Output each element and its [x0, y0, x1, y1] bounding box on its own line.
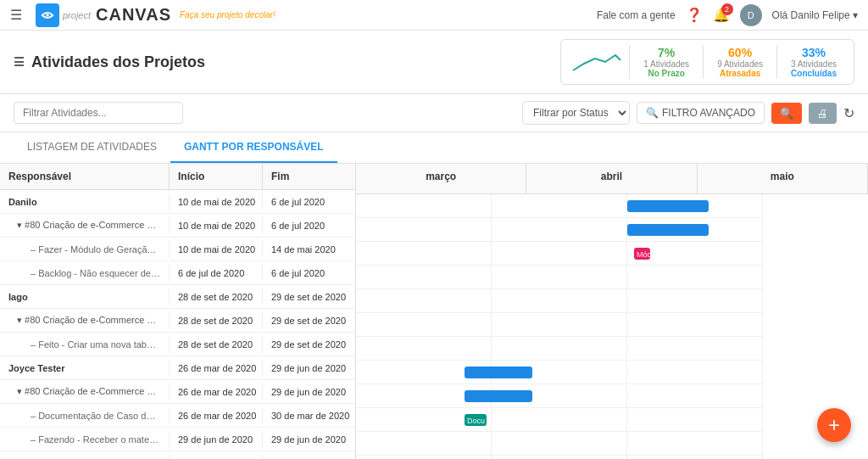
cell-fim: 6 de jul 2020	[263, 217, 356, 234]
chart-row	[356, 313, 763, 337]
chart-row: Mód	[356, 242, 763, 266]
search-icon: 🔍	[646, 107, 659, 119]
table-row: ▾ #80 Criação de e-Commerce 2019 26 de m…	[0, 380, 355, 404]
cell-inicio: 6 de jul de 2020	[170, 265, 263, 282]
cell-fim: 29 de jun de 2020	[263, 431, 356, 448]
cell-responsavel: – Feito - Criar uma nova tabela de Pedid…	[0, 336, 170, 353]
fab-button[interactable]: +	[817, 408, 851, 442]
filter-advanced-label: FILTRO AVANÇADO	[662, 107, 755, 119]
cell-inicio: 28 de set de 2020	[170, 336, 263, 353]
cell-inicio: 10 de mai de 2020	[170, 193, 263, 210]
page-title-icon: ☰	[14, 55, 25, 69]
top-nav: ☰ project CANVAS Faça seu projeto decola…	[0, 0, 868, 31]
cell-responsavel: – Fazendo - Receber o material	[0, 431, 170, 448]
stat-divider-3	[776, 45, 777, 79]
gantt-bar[interactable]	[627, 224, 709, 236]
gantt-chart-header: março abril maio	[356, 164, 868, 194]
chart-row	[356, 266, 763, 289]
concluidas-label: Concluídas	[791, 69, 837, 78]
table-row: – Fazendo - Receber o material 29 de jun…	[0, 428, 355, 451]
cell-inicio: 26 de mar de 2020	[170, 360, 263, 377]
logo-text: CANVAS	[96, 5, 171, 25]
gantt-left: Responsável Início Fim Danilo 10 de mai …	[0, 164, 356, 459]
cell-fim: 25 de out de 2020	[263, 455, 356, 460]
bar-label	[465, 393, 470, 401]
help-link[interactable]: Fale com a gente	[597, 9, 676, 21]
hamburger-icon[interactable]: ☰	[10, 7, 22, 23]
gantt-bar[interactable]: Docu	[465, 414, 487, 426]
filter-input[interactable]	[14, 102, 183, 124]
status-filter[interactable]: Filtrar por Status	[522, 101, 630, 125]
gantt-bar[interactable]	[465, 367, 532, 378]
bar-label	[465, 369, 470, 378]
filter-advanced-button[interactable]: 🔍 FILTRO AVANÇADO	[637, 102, 765, 124]
chart-row	[356, 289, 763, 313]
concluidas-pct: 33%	[791, 46, 837, 59]
bar-label	[627, 227, 632, 235]
gantt-bar[interactable]	[465, 390, 532, 402]
bar-label: Docu	[465, 417, 487, 425]
logo: project CANVAS Faça seu projeto decolar!	[36, 3, 275, 27]
print-button[interactable]: 🖨	[809, 103, 837, 124]
cell-inicio: 10 de mai de 2020	[170, 241, 263, 258]
search-button[interactable]: 🔍	[771, 103, 802, 124]
gantt-table-header: Responsável Início Fim	[0, 164, 355, 190]
cell-responsavel: ▾ #80 Criação de e-Commerce 2019	[0, 216, 170, 234]
atrasadas-count: 9 Atividades	[717, 59, 763, 69]
gantt-bar[interactable]	[627, 200, 709, 212]
cell-inicio: 28 de set de 2020	[170, 288, 263, 305]
bar-label: Mód	[634, 250, 654, 259]
chart-month-marco: março	[356, 164, 526, 193]
cell-inicio: 26 de mar de 2020	[170, 383, 263, 400]
stat-divider-1	[629, 45, 630, 79]
chart-row	[356, 337, 763, 361]
chart-row: Docu	[356, 408, 763, 432]
stat-divider-2	[703, 45, 704, 79]
cell-responsavel: João - Analista	[0, 455, 170, 460]
chart-row	[356, 432, 763, 456]
cell-responsavel: – Backlog - Não esquecer de falar com o …	[0, 265, 170, 282]
logo-subtitle: Faça seu projeto decolar!	[180, 10, 275, 20]
bell-badge: 2	[721, 3, 733, 15]
nav-left: ☰ project CANVAS Faça seu projeto decola…	[10, 3, 275, 27]
cell-responsavel: – Fazer - Módulo de Geração de Nota Fisc…	[0, 241, 170, 258]
gantt-right: março abril maio MódDocuEspecificar o si…	[356, 164, 868, 459]
gantt-bar[interactable]: Mód	[634, 248, 650, 260]
cell-responsavel: Iago	[0, 288, 170, 305]
cell-inicio: 28 de set de 2020	[170, 312, 263, 329]
question-icon[interactable]: ❓	[686, 7, 703, 23]
gantt-rows: Danilo 10 de mai de 2020 6 de jul 2020 ▾…	[0, 190, 355, 459]
stat-concluidas: 33% 3 Atividades Concluídas	[784, 46, 843, 78]
stat-atrasadas: 60% 9 Atividades Atrasadas	[710, 46, 770, 78]
table-row: Joyce Tester 26 de mar de 2020 29 de jun…	[0, 356, 355, 380]
no-prazo-count: 1 Atividades	[643, 59, 689, 69]
user-name[interactable]: Olá Danilo Felipe ▾	[772, 9, 858, 21]
tab-gantt[interactable]: GANTT POR RESPONSÁVEL	[170, 132, 337, 163]
cell-responsavel: Danilo	[0, 193, 170, 210]
cell-fim: 30 de mar de 2020	[263, 407, 356, 424]
logo-icon	[36, 3, 59, 27]
table-row: – Fazer - Módulo de Geração de Nota Fisc…	[0, 238, 355, 261]
table-row: – Documentação de Caso de Teste 26 de ma…	[0, 404, 355, 428]
refresh-button[interactable]: ↻	[843, 105, 854, 121]
page-title: Atividades dos Projetos	[31, 53, 205, 71]
header-fim: Fim	[263, 164, 356, 189]
cell-fim: 29 de jun de 2020	[263, 360, 356, 377]
cell-fim: 14 de mai 2020	[263, 241, 356, 258]
no-prazo-pct: 7%	[643, 46, 689, 59]
tab-listagem[interactable]: LISTAGEM DE ATIVIDADES	[14, 132, 170, 163]
table-row: – Backlog - Não esquecer de falar com o …	[0, 261, 355, 285]
toolbar: Filtrar por Status 🔍 FILTRO AVANÇADO 🔍 🖨…	[0, 94, 868, 132]
table-row: ▾ #80 Criação de e-Commerce 2019 10 de m…	[0, 214, 355, 238]
chart-row	[356, 361, 763, 384]
gantt-container: Responsável Início Fim Danilo 10 de mai …	[0, 164, 868, 459]
bar-label	[627, 203, 632, 211]
chart-row	[356, 218, 763, 242]
tabs: LISTAGEM DE ATIVIDADES GANTT POR RESPONS…	[0, 132, 868, 164]
mini-chart	[571, 47, 622, 77]
user-avatar: D	[740, 4, 762, 26]
cell-responsavel: Joyce Tester	[0, 360, 170, 377]
chart-month-maio: maio	[698, 164, 868, 193]
concluidas-count: 3 Atividades	[791, 59, 837, 69]
header-responsavel: Responsável	[0, 164, 170, 189]
